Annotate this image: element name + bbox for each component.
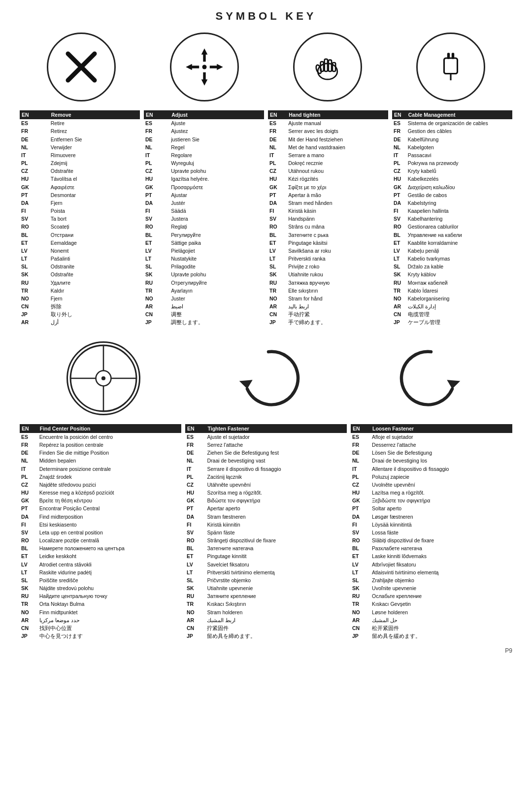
translation: Utáhněte upevnění bbox=[205, 481, 347, 489]
translation: Uvoľnite upevnenie bbox=[370, 584, 512, 592]
table-row: BLРегулируйте bbox=[144, 231, 264, 239]
svg-point-2 bbox=[202, 65, 207, 69]
lang-code: DA bbox=[144, 199, 169, 207]
translation: Pašalinti bbox=[49, 255, 140, 263]
table-row: DAStram med hånden bbox=[268, 199, 388, 207]
svg-marker-9 bbox=[217, 64, 223, 70]
table-row: LVKabeļu penāļi bbox=[392, 247, 512, 255]
table-row: BLНамерете положението на центъра bbox=[20, 544, 181, 552]
translation: Handspänn bbox=[287, 215, 388, 223]
translation: Gestion des câbles bbox=[406, 127, 512, 135]
lang-code: SL bbox=[268, 263, 287, 270]
table-row: FIEtsi keskiasento bbox=[20, 521, 181, 529]
table-row: SLPričvrstite objemko bbox=[185, 576, 347, 584]
table-row: ESAjuste el sujetador bbox=[185, 433, 347, 441]
lang-code: LV bbox=[185, 561, 205, 568]
table-row: FIPoista bbox=[20, 207, 140, 215]
lang-code: AR bbox=[20, 616, 38, 624]
table-row: PLZdejmij bbox=[20, 159, 140, 167]
translation: Atlaisvinti tvirtinimo elementą bbox=[370, 568, 512, 576]
table-row: ROStrâns cu mâna bbox=[268, 223, 388, 231]
table-row: LTAtlaisvinti tvirtinimo elementą bbox=[351, 568, 512, 576]
translation: Kiristä käsin bbox=[287, 207, 388, 215]
table-row: ETLaske kinniti lõdvemaks bbox=[351, 552, 512, 560]
translation: Kaapelien hallinta bbox=[406, 207, 512, 215]
lang-code: LT bbox=[20, 568, 38, 576]
table-row: GKΒιδώστε τον σφιγκτήρα bbox=[185, 497, 347, 504]
table-row: FRDesserrez l'attache bbox=[351, 441, 512, 449]
lang-code: SV bbox=[185, 529, 205, 536]
table-row: DEMit der Hand festziehen bbox=[268, 135, 388, 143]
lang-code: FR bbox=[392, 127, 406, 135]
tighten-fastener-table: ENTighten FastenerESAjuste el sujetadorF… bbox=[185, 424, 347, 640]
translation: Stram for hånd bbox=[287, 295, 388, 302]
translation: Etsi keskiasento bbox=[38, 521, 181, 529]
translation: Pielāgojiet bbox=[169, 247, 264, 255]
table-row: CZUtáhněte upevnění bbox=[185, 481, 347, 489]
lang-code: CN bbox=[392, 310, 406, 318]
table-row: ETPingutage kinnitit bbox=[185, 552, 347, 560]
translation: Løsgør fæstneren bbox=[370, 513, 512, 521]
translation: Poista bbox=[49, 207, 140, 215]
lang-code: SL bbox=[20, 576, 38, 584]
table-row: FILöysää kiinnitintä bbox=[351, 521, 512, 529]
translation: Najděte středovou pozici bbox=[38, 481, 181, 489]
lang-code: JP bbox=[392, 318, 406, 326]
translation: Rimuovere bbox=[49, 151, 140, 159]
table-row: PTSoltar aperto bbox=[351, 504, 512, 512]
translation: Utáhnout rukou bbox=[287, 167, 388, 175]
table-row: ROLocalizare poziție centrală bbox=[20, 536, 181, 544]
svg-marker-7 bbox=[186, 64, 192, 70]
table-row: DAKabelstyring bbox=[392, 199, 512, 207]
table-row: CZNajděte středovou pozici bbox=[20, 481, 181, 489]
table-row: ROSlăbiți dispozitivul de fixare bbox=[351, 536, 512, 544]
lang-code: FR bbox=[20, 441, 38, 449]
table-row: NOJuster bbox=[144, 295, 264, 302]
translation: Σφίξτε με το χέρι bbox=[287, 183, 388, 191]
translation: Lazítsa meg a rögzítőt. bbox=[370, 489, 512, 497]
lang-code: RU bbox=[20, 592, 38, 600]
lang-code: ES bbox=[392, 119, 406, 127]
lang-code: ET bbox=[20, 239, 49, 247]
table-row: NLRegel bbox=[144, 143, 264, 151]
lang-code: LV bbox=[268, 247, 287, 255]
bottom-tables-row: ENFind Center PositionESEncuentre la pos… bbox=[20, 424, 512, 640]
lang-code: NL bbox=[185, 457, 205, 465]
table-row: RUЗатяжка вручную bbox=[268, 279, 388, 287]
cable-management-table: ENCable ManagementESSistema de organizac… bbox=[392, 110, 512, 327]
table-row: NOStram holderen bbox=[185, 608, 347, 616]
table-row: ETPingutage käsitsi bbox=[268, 239, 388, 247]
lang-code: FR bbox=[20, 127, 49, 135]
table-row: SKUtiahnite upevnenie bbox=[185, 584, 347, 592]
table-row: TRElle sıkıştırın bbox=[268, 287, 388, 295]
table-row: LTPritverskti ranka bbox=[268, 255, 388, 263]
table-row: SKUpravte polohu bbox=[144, 270, 264, 278]
lang-code: RO bbox=[144, 223, 169, 231]
lang-code: DE bbox=[20, 449, 38, 457]
table-row: PTGestão de cabos bbox=[392, 191, 512, 199]
lang-code: DA bbox=[20, 199, 49, 207]
lang-code: CN bbox=[351, 624, 370, 632]
translation: Repérez la position centrale bbox=[38, 441, 181, 449]
lang-code: PT bbox=[185, 504, 205, 512]
svg-rect-18 bbox=[447, 53, 450, 59]
lang-code: SK bbox=[20, 270, 49, 278]
lang-code: DE bbox=[144, 135, 169, 143]
table-row: GKΞεβιδώστε τον σφιγκτήρα bbox=[351, 497, 512, 504]
table-row: DAStram fæstneren bbox=[185, 513, 347, 521]
col-header: Remove bbox=[49, 110, 140, 119]
translation: 調整します。 bbox=[169, 318, 264, 326]
translation: Pingutage kinnitit bbox=[205, 552, 347, 560]
table-row: ITRegolare bbox=[144, 151, 264, 159]
lang-code: NL bbox=[351, 457, 370, 465]
translation: Passacavi bbox=[406, 151, 512, 159]
table-row: FRAjustez bbox=[144, 127, 264, 135]
translation: Βρείτε τη θέση κέντρου bbox=[38, 497, 181, 504]
table-row: SLPoiščite središče bbox=[20, 576, 181, 584]
translation: اربط باليد bbox=[287, 302, 388, 310]
translation: Privijte z roko bbox=[287, 263, 388, 270]
translation: Sättige paika bbox=[169, 239, 264, 247]
translation: Orta Noktayı Bulma bbox=[38, 600, 181, 608]
svg-rect-6 bbox=[203, 72, 205, 80]
table-row: ROReglați bbox=[144, 223, 264, 231]
